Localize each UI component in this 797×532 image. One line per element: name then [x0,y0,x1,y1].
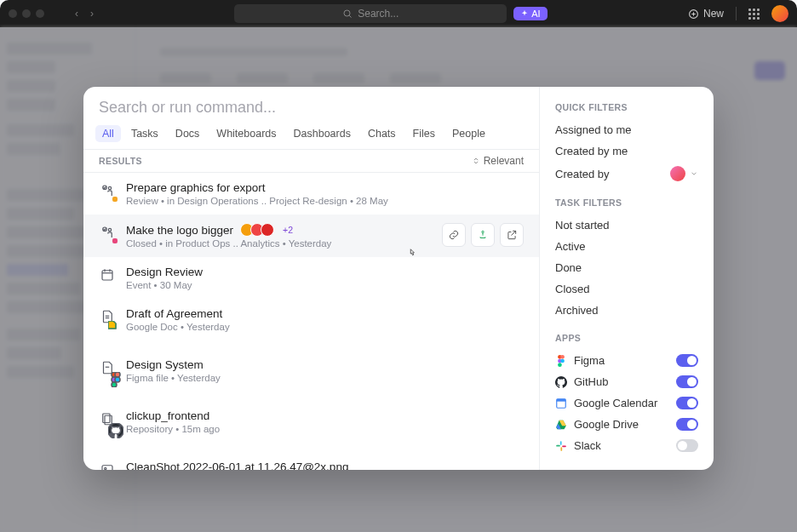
subtask-button[interactable] [471,223,495,247]
plus-circle-icon [688,9,699,20]
app-integration-row: Slack [555,435,698,456]
tab-dashboards[interactable]: Dashboards [287,125,358,142]
result-type-icon [99,358,116,392]
global-search[interactable]: Search... [234,4,507,23]
quick-filter[interactable]: Created by [555,162,698,186]
search-result[interactable]: Make the logo bigger+2Closed • in Produc… [83,215,539,257]
result-title: CleanShot 2022-06-01 at 11.26.47@2x.png [126,460,348,470]
search-result[interactable]: Prepare graphics for exportReview • in D… [83,173,539,215]
app-integration-row: Google Drive [555,414,698,435]
svg-point-20 [115,377,120,382]
google-drive-icon [555,419,567,431]
svg-rect-24 [102,466,112,470]
sort-icon [472,157,480,165]
search-result[interactable]: Design SystemFigma file • Yesterday [83,350,539,401]
app-name: Google Calendar [574,397,657,409]
app-name: Google Drive [574,418,639,431]
svg-rect-34 [556,444,560,446]
tab-docs[interactable]: Docs [169,125,206,142]
app-toggle[interactable] [676,439,698,452]
task-filters-label: TASK FILTERS [555,197,698,208]
new-button[interactable]: New [688,8,724,20]
svg-rect-36 [562,445,566,447]
sparkle-icon [520,9,529,18]
app-integration-row: Google Calendar [555,392,698,414]
search-result[interactable]: clickup_frontendRepository • 15m ago [83,401,539,452]
svg-line-1 [350,15,352,17]
task-filter[interactable]: Not started [555,215,698,236]
search-result[interactable]: Design ReviewEvent • 30 May [83,257,539,299]
github-icon [555,376,567,388]
quick-filter[interactable]: Assigned to me [555,119,698,140]
chevron-down-icon [690,169,698,178]
tab-people[interactable]: People [445,125,492,142]
search-result[interactable]: CleanShot 2022-06-01 at 11.26.47@2x.pngI… [83,452,539,470]
svg-point-9 [482,231,484,232]
svg-point-8 [108,228,111,231]
modal-overlay[interactable]: AllTasksDocsWhiteboardsDashboardsChatsFi… [0,27,797,532]
nav-back-icon[interactable]: ‹ [75,8,78,20]
result-meta: Event • 30 May [126,280,524,290]
tab-chats[interactable]: Chats [361,125,403,142]
user-avatar[interactable] [771,5,788,22]
svg-point-0 [344,10,350,16]
svg-point-27 [560,355,565,359]
app-toggle[interactable] [676,354,698,367]
svg-rect-10 [102,271,112,280]
open-external-button[interactable] [500,223,524,247]
svg-point-25 [105,467,106,469]
app-toggle[interactable] [676,418,698,431]
tab-tasks[interactable]: Tasks [124,125,165,142]
result-type-icon [99,223,116,243]
svg-point-21 [112,382,117,387]
quick-filter[interactable]: Created by me [555,140,698,162]
tab-all[interactable]: All [95,125,121,142]
slack-icon [555,440,567,452]
apps-grid-icon[interactable] [748,9,760,20]
app-integration-row: Figma [555,350,698,371]
app-integration-row: GitHub [555,371,698,392]
task-filter[interactable]: Archived [555,300,698,321]
search-result[interactable]: Draft of AgreementGoogle Doc • Yesterday [83,299,539,350]
apps-label: APPS [555,333,698,343]
result-title: Design System [126,358,204,371]
result-title: Make the logo bigger [126,224,233,237]
result-type-icon [99,460,116,470]
result-meta: Closed • in Product Ops .. Analytics • Y… [126,238,432,249]
search-icon [342,9,353,19]
svg-point-6 [108,186,111,189]
svg-point-18 [115,372,120,377]
task-filter[interactable]: Done [555,257,698,278]
global-search-placeholder: Search... [358,8,398,20]
app-toggle[interactable] [676,397,698,409]
app-toggle[interactable] [676,375,698,388]
ai-button[interactable]: AI [513,7,547,20]
task-filter[interactable]: Active [555,236,698,257]
svg-point-30 [558,363,562,367]
result-title: Design Review [126,266,203,278]
task-filter[interactable]: Closed [555,278,698,300]
app-name: Slack [574,439,601,452]
result-title: Draft of Agreement [126,307,222,320]
result-meta: Repository • 15m ago [126,424,524,434]
svg-rect-32 [557,398,566,401]
tab-whiteboards[interactable]: Whiteboards [209,125,283,142]
svg-rect-22 [103,414,110,423]
result-meta: Review • in Design Operations .. Project… [126,196,524,206]
result-type-icon [99,409,116,443]
window-titlebar: ‹ › Search... AI New [0,0,797,27]
result-title: Prepare graphics for export [126,181,266,194]
result-type-icon [99,181,116,202]
tab-files[interactable]: Files [406,125,442,142]
sort-selector[interactable]: Relevant [472,155,524,167]
svg-rect-33 [560,441,562,445]
result-type-icon [99,266,116,283]
copy-link-button[interactable] [442,223,466,247]
google-calendar-icon [555,398,567,409]
app-name: GitHub [574,375,608,388]
avatar [670,166,685,181]
traffic-lights [9,9,44,18]
command-search-input[interactable] [99,99,524,117]
result-meta: Figma file • Yesterday [126,373,524,383]
command-palette: AllTasksDocsWhiteboardsDashboardsChatsFi… [83,87,714,470]
